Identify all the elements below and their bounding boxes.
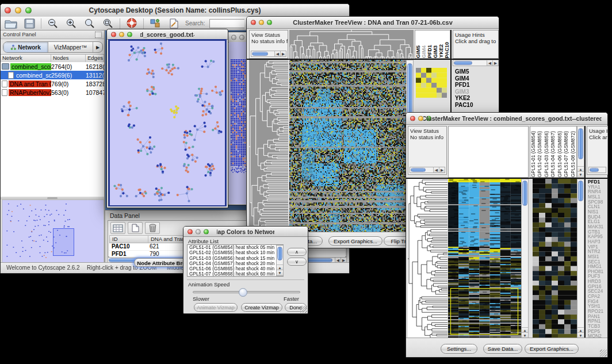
gene-column-label[interactable]: GIM4: [421, 45, 427, 58]
edit-network-icon[interactable]: [167, 18, 181, 29]
condition-label[interactable]: GPL51-03 (GSM856): [544, 131, 550, 177]
column-nodes[interactable]: Nodes: [51, 55, 86, 62]
tab-network[interactable]: Network: [3, 42, 48, 52]
treeview-button[interactable]: Settings...: [441, 344, 477, 354]
close-button[interactable]: [410, 116, 415, 121]
usage-hints-hscrollbar[interactable]: [588, 167, 606, 173]
birdseye-view-canvas[interactable]: [2, 200, 104, 266]
view-status-hscrollbar[interactable]: ◀ ▶: [410, 167, 445, 173]
trash-icon[interactable]: [145, 222, 160, 234]
scroll-left-icon[interactable]: ◀: [274, 51, 280, 56]
gene-column-label[interactable]: GIM3: [433, 45, 438, 58]
treeview-button[interactable]: Export Graphics...: [328, 236, 382, 246]
minimize-button[interactable]: [119, 32, 124, 37]
dialog-titlebar[interactable]: Map Colors to Network: [183, 227, 308, 237]
zoom-button[interactable]: [204, 229, 209, 234]
scrollbar-thumb[interactable]: [590, 168, 599, 172]
gene-column-label[interactable]: PFD1: [427, 45, 433, 58]
zoom-heatmap-canvas[interactable]: [533, 179, 577, 339]
move-down-button[interactable]: ∨: [287, 258, 307, 266]
zoom-button[interactable]: [267, 20, 272, 25]
zoom-fit-icon[interactable]: [101, 18, 115, 29]
scroll-right-icon[interactable]: ▶: [492, 60, 498, 66]
zoom-button[interactable]: [25, 7, 32, 14]
scroll-down-icon[interactable]: ▼: [577, 171, 584, 177]
attribute-list-item[interactable]: GPL51-07 (GSM868) heat shock 60 min: [189, 271, 283, 277]
row-dendrogram-canvas[interactable]: [408, 179, 447, 339]
heatmap-vscrollbar[interactable]: ▲ ▼: [521, 179, 529, 339]
heatmap-canvas[interactable]: [448, 179, 521, 339]
zoom-selected-icon[interactable]: [83, 18, 97, 29]
gene-column-label[interactable]: GIM5: [415, 45, 421, 58]
condition-label[interactable]: GPL51-06 (GSM865): [557, 131, 563, 177]
scrollbar-thumb[interactable]: [277, 247, 282, 260]
main-titlebar[interactable]: Cytoscape Desktop (Session Name: collins…: [1, 4, 349, 17]
zoom-in-icon[interactable]: [64, 18, 78, 29]
column-dendrogram-canvas[interactable]: [289, 30, 414, 59]
condition-label[interactable]: GPL51-02 (GSM855): [537, 131, 543, 177]
scrollbar-thumb[interactable]: [411, 168, 426, 172]
scrollbar-thumb[interactable]: [252, 52, 268, 56]
network-list-item[interactable]: combined_sco 2569(6) 13112(15): [1, 71, 104, 79]
scroll-down-icon[interactable]: ▼: [277, 270, 283, 275]
tab-vizmapper[interactable]: VizMapper™: [48, 42, 93, 52]
create-vizmap-button[interactable]: Create Vizmap: [241, 303, 282, 312]
network-list-item[interactable]: combined_scores 2764(0) 16218(0): [1, 62, 104, 71]
table-icon[interactable]: [110, 222, 125, 234]
zoom-button[interactable]: [127, 32, 132, 37]
open-file-icon[interactable]: [4, 18, 18, 29]
close-button[interactable]: [111, 32, 116, 37]
close-button[interactable]: [231, 35, 236, 40]
scrollbar-thumb[interactable]: [578, 128, 583, 159]
zoom-vscrollbar[interactable]: ▲ ▼: [577, 179, 584, 339]
condition-label[interactable]: GPL51-07 (GSM868): [563, 131, 569, 177]
help-icon[interactable]: [125, 18, 139, 29]
annotation-icon[interactable]: [148, 18, 162, 29]
similarity-matrix-canvas[interactable]: [416, 68, 447, 98]
gene-label[interactable]: YKE2: [455, 95, 498, 102]
usage-hints-hscrollbar[interactable]: ◀ ▶: [453, 60, 499, 66]
save-icon[interactable]: [22, 18, 36, 29]
attribute-list-vscrollbar[interactable]: ▲ ▼: [276, 245, 284, 276]
network-list-item[interactable]: DNA and Tran 07 769(0) 183728(0): [1, 79, 104, 88]
gene-column-label[interactable]: PAC10: [444, 42, 450, 58]
condition-label[interactable]: GPL51-04 (GSM857): [550, 131, 556, 177]
resize-grip[interactable]: [600, 350, 607, 357]
condition-label[interactable]: GPL51-08 (GSM872): [570, 131, 576, 177]
tab-overflow-arrow[interactable]: ▶: [93, 42, 102, 52]
scroll-left-icon[interactable]: ◀: [487, 60, 492, 66]
treeview-button[interactable]: Export Graphics...: [525, 344, 579, 354]
scrollbar-thumb[interactable]: [454, 61, 472, 65]
scrollbar-thumb[interactable]: [522, 181, 527, 206]
slider-thumb[interactable]: [239, 288, 247, 297]
heatmap-canvas[interactable]: [289, 60, 406, 233]
column-network[interactable]: Network: [1, 55, 51, 62]
column-edges[interactable]: Edges: [86, 55, 104, 62]
column-id[interactable]: ID: [110, 236, 148, 243]
search-input[interactable]: [209, 19, 244, 28]
minimize-button[interactable]: [418, 116, 423, 121]
scroll-right-icon[interactable]: ▶: [280, 51, 286, 56]
condition-label[interactable]: GPL51-01 (GSM854): [530, 131, 537, 177]
close-button[interactable]: [251, 20, 256, 25]
view-status-hscrollbar[interactable]: ◀ ▶: [251, 51, 286, 57]
treeview-button[interactable]: Save Data...: [483, 344, 522, 354]
scroll-left-icon[interactable]: ◀: [433, 167, 439, 173]
resize-grip[interactable]: [300, 306, 307, 313]
close-button[interactable]: [5, 7, 11, 14]
zoom-out-icon[interactable]: [46, 18, 60, 29]
scroll-right-icon[interactable]: ▶: [439, 167, 445, 173]
scrollbar-thumb[interactable]: [578, 181, 583, 201]
minimize-button[interactable]: [196, 229, 201, 234]
network-list-item[interactable]: RNAPuberNov2+ 563(0) 107847(0): [1, 88, 104, 97]
treeview-combined-titlebar[interactable]: ClusterMaker TreeView : combined_scores_…: [406, 113, 607, 125]
gene-label[interactable]: GIM3: [455, 89, 498, 95]
gene-label[interactable]: PFD1: [455, 82, 498, 89]
move-up-button[interactable]: ∧: [287, 248, 307, 256]
gene-label[interactable]: GIM5: [455, 68, 498, 75]
new-document-icon[interactable]: [128, 222, 143, 234]
minimize-button[interactable]: [239, 35, 244, 40]
animate-vizmap-button[interactable]: Animate Vizmap: [194, 303, 238, 312]
minimize-button[interactable]: [259, 20, 264, 25]
minimize-button[interactable]: [15, 7, 21, 14]
